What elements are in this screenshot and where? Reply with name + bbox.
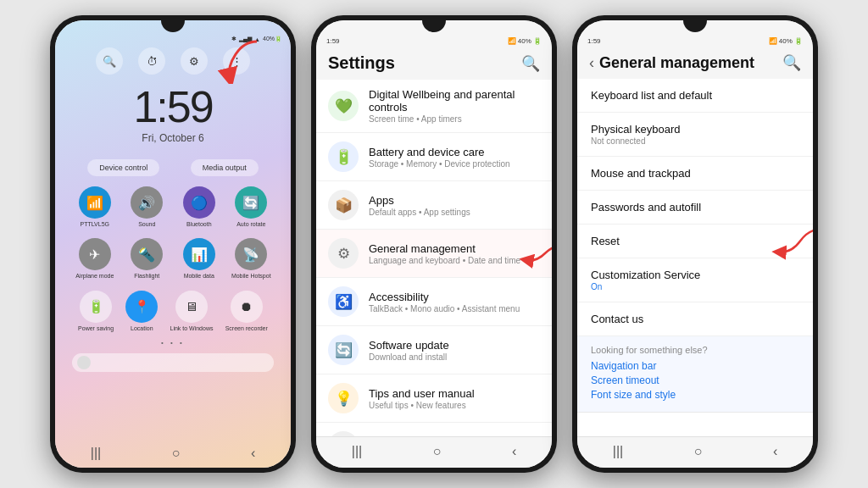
quick-tiles-row2: ✈ Airplane mode 🔦 Flashlight 📊 Mobile da… bbox=[55, 235, 291, 286]
main-about-phone: About phone bbox=[369, 435, 540, 437]
sub-software-update: Download and install bbox=[369, 352, 540, 362]
settings-item-accessibility[interactable]: ♿ Accessibility TalkBack • Mono audio • … bbox=[316, 278, 552, 326]
gm-sub-physical-keyboard: Not connected bbox=[591, 136, 799, 146]
sub-wellbeing: Screen time • App timers bbox=[369, 114, 540, 124]
nav2-home[interactable]: ○ bbox=[433, 444, 442, 459]
settings-item-apps[interactable]: 📦 Apps Default apps • App settings bbox=[316, 181, 552, 230]
settings-item-general-management[interactable]: ⚙ General management Language and keyboa… bbox=[316, 230, 552, 278]
brightness-slider[interactable] bbox=[72, 353, 274, 372]
settings-list: 💚 Digital Wellbeing and parental control… bbox=[316, 80, 552, 436]
gm-looking-section: Looking for something else? Navigation b… bbox=[577, 336, 813, 413]
gm-item-contactus[interactable]: Contact us bbox=[577, 302, 813, 336]
tile-hotspot[interactable]: 📡 Mobile Hotspot bbox=[229, 238, 275, 280]
text-software-update: Software update Download and install bbox=[369, 339, 540, 362]
nav-recent[interactable]: ||| bbox=[91, 446, 101, 461]
gm-search-icon[interactable]: 🔍 bbox=[782, 53, 801, 72]
icon-location: 📍 bbox=[125, 291, 158, 323]
nav2-recent[interactable]: ||| bbox=[352, 444, 362, 459]
tile-label-airplane: Airplane mode bbox=[75, 273, 114, 280]
sub-battery: Storage • Memory • Device protection bbox=[369, 159, 540, 169]
main-software-update: Software update bbox=[369, 339, 540, 352]
settings-item-wellbeing[interactable]: 💚 Digital Wellbeing and parental control… bbox=[316, 80, 552, 133]
settings-search-icon[interactable]: 🔍 bbox=[521, 54, 540, 73]
gm-item-physical-keyboard[interactable]: Physical keyboard Not connected bbox=[577, 113, 813, 157]
quick-action-buttons: Device control Media output bbox=[55, 152, 291, 180]
tile-mobiledata[interactable]: 📊 Mobile data bbox=[176, 238, 222, 280]
gm-header-left: ‹ General management bbox=[589, 54, 754, 72]
tile-icon-airplane: ✈ bbox=[79, 238, 111, 270]
gm-header: ‹ General management 🔍 bbox=[577, 48, 813, 79]
nav-back[interactable]: ‹ bbox=[251, 446, 255, 461]
more-icon-btn[interactable]: ⋮ bbox=[223, 47, 250, 75]
tile-label-flashlight: Flashlight bbox=[134, 273, 159, 280]
tile-bluetooth[interactable]: 🔵 Bluetooth bbox=[176, 186, 222, 228]
sub-general-management: Language and keyboard • Date and time bbox=[369, 256, 540, 265]
tile-pttlvl5g[interactable]: 📶 PTTLVL5G bbox=[72, 186, 118, 228]
quick-tiles-row1: 📶 PTTLVL5G 🔊 Sound 🔵 Bluetooth 🔄 Auto ro… bbox=[55, 180, 291, 235]
gm-link-timeout[interactable]: Screen timeout bbox=[591, 374, 799, 386]
sub-accessibility: TalkBack • Mono audio • Assistant menu bbox=[369, 304, 540, 313]
gm-item-keyboard-list[interactable]: Keyboard list and default bbox=[577, 79, 813, 113]
settings-item-battery[interactable]: 🔋 Battery and device care Storage • Memo… bbox=[316, 133, 552, 181]
navbar-2: ||| ○ ‹ bbox=[316, 436, 552, 468]
settings-item-software-update[interactable]: 🔄 Software update Download and install bbox=[316, 326, 552, 374]
search-icon-btn[interactable]: 🔍 bbox=[96, 47, 123, 75]
settings-item-tips[interactable]: 💡 Tips and user manual Useful tips • New… bbox=[316, 374, 552, 423]
bottom-app-row: 🔋 Power saving 📍 Location 🖥 Link to Wind… bbox=[55, 287, 291, 336]
s-time: 1:59 bbox=[326, 37, 340, 45]
tile-label-sound: Sound bbox=[138, 221, 155, 228]
tile-icon-bluetooth: 🔵 bbox=[183, 186, 215, 219]
back-button[interactable]: ‹ bbox=[589, 54, 594, 72]
status-battery: 40%🔋 bbox=[263, 36, 282, 42]
tile-autorotate[interactable]: 🔄 Auto rotate bbox=[229, 186, 275, 228]
app-powersaving[interactable]: 🔋 Power saving bbox=[78, 291, 114, 332]
tile-label-mobiledata: Mobile data bbox=[184, 273, 214, 280]
settings-icon-btn[interactable]: ⚙ bbox=[181, 47, 208, 75]
nav2-back[interactable]: ‹ bbox=[512, 444, 516, 459]
timer-icon-btn[interactable]: ⏱ bbox=[138, 47, 165, 75]
device-control-btn[interactable]: Device control bbox=[87, 159, 159, 176]
app-screenrecorder[interactable]: ⏺ Screen recorder bbox=[225, 291, 268, 332]
label-location: Location bbox=[131, 325, 153, 332]
gm-sub-customization: On bbox=[591, 282, 799, 291]
main-accessibility: Accessibility bbox=[369, 291, 540, 303]
gm-item-reset[interactable]: Reset bbox=[577, 225, 813, 258]
gm-status-icons: 📶 40% 🔋 bbox=[769, 37, 803, 45]
status-wifi: ▲ bbox=[254, 36, 260, 42]
gm-link-navbar[interactable]: Navigation bar bbox=[591, 360, 799, 372]
navbar-1: ||| ○ ‹ bbox=[55, 441, 291, 468]
nav3-home[interactable]: ○ bbox=[694, 444, 703, 459]
phone-1: ✱ ▂▄▆ ▲ 40%🔋 🔍 ⏱ ⚙ ⋮ bbox=[50, 15, 296, 473]
gm-item-customization[interactable]: Customization Service On bbox=[577, 258, 813, 302]
text-apps: Apps Default apps • App settings bbox=[369, 194, 540, 217]
settings-title: Settings bbox=[328, 53, 395, 73]
gm-main-passwords: Passwords and autofill bbox=[591, 201, 799, 214]
main-tips: Tips and user manual bbox=[369, 387, 540, 400]
gm-item-mouse[interactable]: Mouse and trackpad bbox=[577, 157, 813, 191]
icon-apps: 📦 bbox=[328, 190, 359, 220]
nav3-recent[interactable]: ||| bbox=[613, 444, 623, 459]
tile-sound[interactable]: 🔊 Sound bbox=[125, 186, 170, 228]
lockscreen-date: Fri, October 6 bbox=[55, 132, 291, 144]
navbar-3: ||| ○ ‹ bbox=[577, 436, 813, 468]
sub-tips: Useful tips • New features bbox=[369, 401, 540, 410]
tile-airplane[interactable]: ✈ Airplane mode bbox=[72, 238, 118, 280]
tile-flashlight[interactable]: 🔦 Flashlight bbox=[125, 238, 170, 280]
nav3-back[interactable]: ‹ bbox=[773, 444, 777, 459]
nav-home[interactable]: ○ bbox=[172, 446, 181, 461]
status-signal: ▂▄▆ bbox=[239, 36, 252, 42]
icon-general-management: ⚙ bbox=[328, 238, 359, 269]
gm-page-title: General management bbox=[599, 54, 754, 72]
gm-item-passwords[interactable]: Passwords and autofill bbox=[577, 191, 813, 225]
settings-item-about-phone[interactable]: ℹ About phone Status • Legal information… bbox=[316, 423, 552, 436]
app-linktowindows[interactable]: 🖥 Link to Windows bbox=[170, 291, 214, 332]
gm-main-contactus: Contact us bbox=[591, 313, 799, 325]
main-apps: Apps bbox=[369, 194, 540, 207]
media-output-btn[interactable]: Media output bbox=[191, 159, 259, 176]
app-location[interactable]: 📍 Location bbox=[125, 291, 158, 332]
slider-knob bbox=[77, 356, 91, 369]
status-bluetooth: ✱ bbox=[231, 36, 236, 42]
tile-label-hotspot: Mobile Hotspot bbox=[231, 273, 271, 280]
gm-main-mouse: Mouse and trackpad bbox=[591, 167, 799, 180]
gm-link-fontsize[interactable]: Font size and style bbox=[591, 389, 799, 401]
